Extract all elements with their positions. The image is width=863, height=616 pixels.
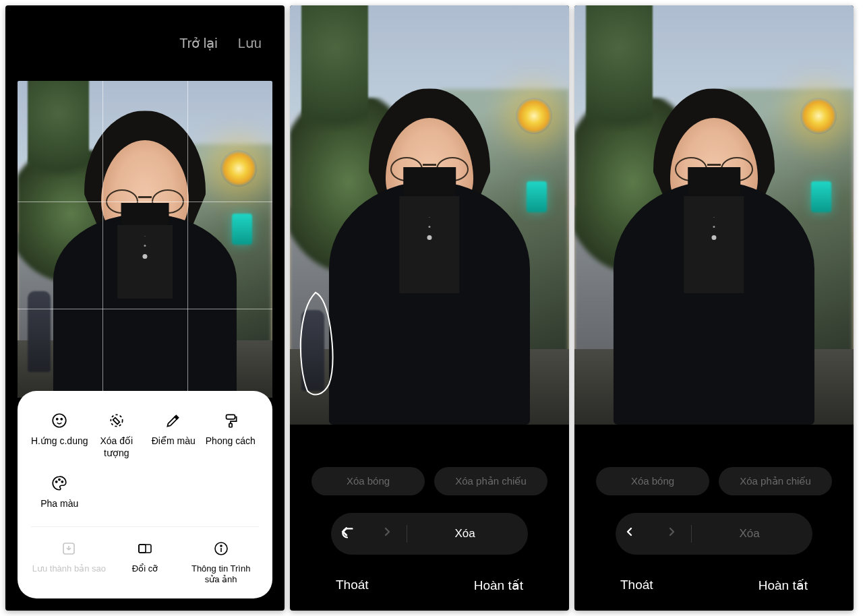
done-button[interactable]: Hoàn tất [474, 578, 523, 593]
tool-label: Lưu thành bản sao [32, 563, 106, 574]
save-as-copy: Lưu thành bản sao [31, 539, 107, 586]
redo-button [651, 520, 686, 547]
tool-sheet: H.ứng c.dung Xóa đối tượng Điểm màu [18, 391, 272, 598]
undo-button[interactable] [331, 520, 366, 547]
panel-eraser-selection: Xóa bóng Xóa phản chiếu Xóa Th [290, 5, 569, 611]
eraser-controls: Xóa bóng Xóa phản chiếu Xóa Th [290, 467, 569, 611]
tool-label: Phong cách [206, 435, 256, 448]
svg-point-7 [59, 479, 60, 481]
exit-button[interactable]: Thoát [620, 578, 653, 593]
top-bar: Trở lại Lưu [5, 5, 285, 81]
tool-style[interactable]: Phong cách [202, 411, 260, 459]
paint-roller-icon [221, 411, 240, 430]
svg-point-13 [220, 545, 222, 547]
action-bar: Xóa [331, 513, 528, 555]
svg-point-3 [111, 414, 122, 426]
done-button[interactable]: Hoàn tất [758, 578, 808, 593]
svg-point-0 [53, 414, 67, 427]
delete-button: Xóa [697, 527, 812, 541]
palette-icon [50, 474, 69, 493]
svg-rect-10 [139, 545, 151, 553]
tool-label: H.ứng c.dung [31, 435, 88, 448]
tool-label: Xóa đối tượng [88, 435, 146, 459]
panel-edit-menu: Trở lại Lưu [5, 5, 285, 611]
tool-color-mix[interactable]: Pha màu [31, 474, 88, 510]
save-copy-icon [59, 539, 78, 558]
remove-reflection-button[interactable]: Xóa phản chiếu [434, 467, 547, 495]
delete-button[interactable]: Xóa [413, 527, 528, 541]
tool-label: Thông tin Trình sửa ảnh [183, 563, 259, 586]
tool-portrait-effect[interactable]: H.ứng c.dung [31, 411, 88, 459]
resize-icon [136, 539, 154, 558]
undo-button[interactable] [616, 520, 651, 547]
lasso-selection [297, 290, 344, 398]
exit-button[interactable]: Thoát [336, 578, 369, 593]
remove-shadow-button[interactable]: Xóa bóng [311, 467, 425, 495]
tool-label: Pha màu [40, 498, 78, 510]
editor-info-button[interactable]: Thông tin Trình sửa ảnh [183, 539, 259, 586]
svg-point-6 [56, 481, 57, 483]
svg-rect-4 [226, 414, 235, 419]
photo-preview[interactable] [18, 81, 272, 398]
svg-point-8 [62, 481, 63, 483]
svg-point-1 [57, 419, 58, 420]
tool-color-point[interactable]: Điểm màu [145, 411, 202, 459]
svg-rect-11 [139, 545, 146, 553]
photo [18, 81, 272, 398]
save-button[interactable]: Lưu [238, 35, 262, 51]
panel-eraser-result: Xóa bóng Xóa phản chiếu Xóa Thoát Hoàn t… [574, 5, 854, 611]
svg-point-2 [61, 419, 62, 420]
remove-shadow-button[interactable]: Xóa bóng [596, 467, 709, 495]
resize-button[interactable]: Đổi cỡ [107, 539, 183, 586]
eyedropper-icon [164, 411, 183, 430]
tool-label: Điểm màu [152, 435, 196, 448]
eraser-icon [107, 411, 126, 430]
face-icon [50, 411, 69, 430]
eraser-controls: Xóa bóng Xóa phản chiếu Xóa Thoát Hoàn t… [574, 467, 854, 611]
photo-canvas[interactable] [574, 5, 854, 425]
tool-label: Đổi cỡ [132, 563, 158, 574]
info-icon [212, 539, 231, 558]
tool-object-eraser[interactable]: Xóa đối tượng [88, 411, 146, 459]
action-bar: Xóa [616, 513, 812, 555]
photo-canvas[interactable] [290, 5, 569, 425]
divider [31, 526, 259, 527]
svg-rect-5 [229, 423, 232, 427]
remove-reflection-button[interactable]: Xóa phản chiếu [719, 467, 832, 495]
back-button[interactable]: Trở lại [179, 35, 218, 51]
redo-button [366, 520, 401, 547]
